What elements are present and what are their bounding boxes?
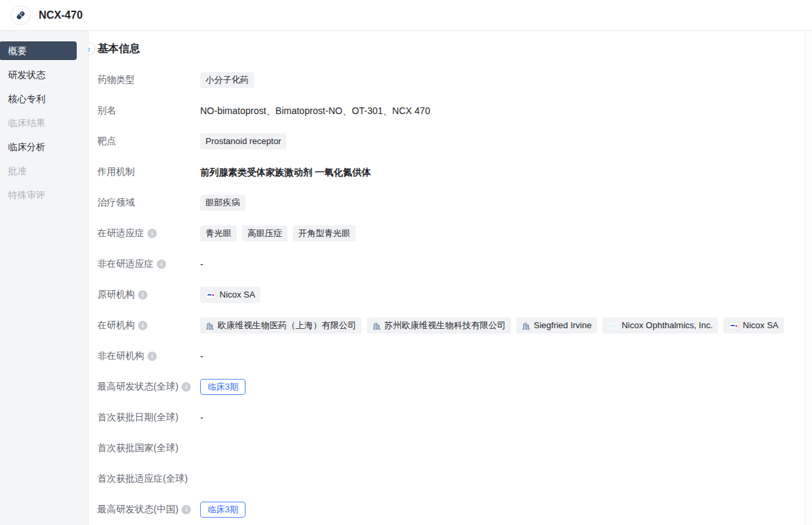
field-row: 非在研机构i- [97, 348, 792, 364]
field-row: 在研适应症i青光眼高眼压症开角型青光眼 [97, 225, 792, 241]
sidebar-item: 特殊审评 [0, 185, 88, 204]
sidebar-item: 批准 [0, 161, 88, 180]
field-label: 靶点 [97, 133, 200, 147]
field-label: 非在研机构i [97, 348, 200, 362]
field-value: 眼部疾病 [200, 195, 792, 211]
field-label: 首次获批适应症(全球) [97, 471, 200, 485]
field-label-text: 首次获批适应症(全球) [97, 473, 187, 485]
field-value: 前列腺素类受体家族激动剂 一氧化氮供体 [200, 164, 792, 179]
value-tag[interactable]: 小分子化药 [200, 72, 254, 88]
field-label: 原研机构i [97, 287, 200, 301]
field-value: - [200, 410, 792, 424]
field-label-text: 作用机制 [97, 166, 135, 178]
field-row: 作用机制前列腺素类受体家族激动剂 一氧化氮供体 [97, 164, 792, 180]
page-title: NCX-470 [39, 9, 83, 21]
value-tag[interactable]: 开角型青光眼 [293, 225, 356, 241]
company-logo-icon [608, 322, 619, 330]
field-value: 欧康维视生物医药（上海）有限公司苏州欧康维视生物科技有限公司Siegfried … [200, 318, 792, 334]
value-tag[interactable]: 青光眼 [200, 225, 237, 241]
field-label: 首次获批国家(全球) [97, 440, 200, 454]
org-name: Nicox SA [220, 289, 255, 301]
drug-avatar [11, 5, 31, 25]
field-row: 最高研发状态(全球)i临床3期 [97, 379, 792, 395]
text-value: 前列腺素类受体家族激动剂 一氧化氮供体 [200, 164, 371, 179]
info-icon[interactable]: i [147, 352, 157, 361]
field-label-text: 最高研发状态(中国) [97, 504, 178, 516]
sidebar-item: 临床结果 [0, 113, 88, 132]
text-value: - [200, 256, 204, 271]
status-badge[interactable]: 临床3期 [200, 379, 246, 395]
org-name: Nicox SA [743, 320, 778, 332]
sidebar-item[interactable]: 研发状态 [0, 65, 88, 84]
field-label-text: 原研机构 [97, 289, 135, 301]
value-tag[interactable]: 高眼压症 [242, 225, 288, 241]
field-value: 小分子化药 [200, 72, 792, 88]
info-icon[interactable]: i [147, 229, 157, 238]
field-label: 在研适应症i [97, 225, 200, 239]
value-tag[interactable]: 眼部疾病 [200, 195, 246, 211]
field-label-text: 靶点 [97, 135, 116, 147]
field-label-text: 非在研适应症 [97, 258, 153, 270]
org-tag[interactable]: Nicox Ophthalmics, Inc. [602, 318, 719, 334]
main-content: ‹ 基本信息 药物类型小分子化药别名NO-bimatoprost、Bimatop… [89, 31, 812, 525]
field-label: 治疗领域 [97, 195, 200, 209]
info-icon[interactable]: i [138, 290, 147, 300]
company-logo-icon [729, 322, 739, 330]
org-name: 苏州欧康维视生物科技有限公司 [384, 320, 506, 332]
field-row: 药物类型小分子化药 [97, 72, 792, 88]
field-label: 首次获批日期(全球) [97, 410, 200, 424]
header: NCX-470 [0, 0, 812, 31]
info-icon[interactable]: i [138, 321, 147, 330]
field-value: Nicox SA [200, 287, 792, 303]
org-tag[interactable]: Siegfried Irvine [516, 318, 597, 334]
field-value: 临床3期 [200, 502, 792, 518]
org-tag[interactable]: 欧康维视生物医药（上海）有限公司 [200, 318, 362, 334]
field-value: - [200, 348, 792, 363]
field-row: 首次获批适应症(全球) [97, 471, 792, 487]
field-label: 最高研发状态(全球)i [97, 379, 200, 393]
text-value: - [200, 348, 204, 363]
field-row: 首次获批国家(全球) [97, 440, 792, 456]
field-value: - [200, 256, 792, 271]
field-label: 药物类型 [97, 72, 200, 86]
field-label: 最高研发状态(中国)i [97, 502, 200, 516]
org-tag[interactable]: Nicox SA [200, 287, 260, 303]
building-icon [206, 322, 214, 330]
field-value: 临床3期 [200, 379, 792, 395]
field-label-text: 药物类型 [97, 74, 135, 86]
info-icon[interactable]: i [181, 505, 191, 514]
field-row: 非在研适应症i- [97, 256, 792, 272]
collapse-sidebar-button[interactable]: ‹ [89, 42, 95, 55]
info-icon[interactable]: i [181, 382, 191, 392]
field-label-text: 在研机构 [97, 320, 135, 332]
org-tag[interactable]: 苏州欧康维视生物科技有限公司 [367, 318, 511, 334]
value-tag[interactable]: Prostanoid receptor [200, 133, 286, 149]
field-label-text: 首次获批日期(全球) [97, 412, 178, 424]
building-icon [372, 322, 381, 330]
field-label-text: 非在研机构 [97, 350, 144, 362]
field-label: 别名 [97, 103, 200, 117]
field-label: 作用机制 [97, 164, 200, 178]
info-icon[interactable]: i [157, 259, 166, 269]
field-label: 在研机构i [97, 318, 200, 332]
field-label-text: 在研适应症 [97, 227, 144, 239]
sidebar-item[interactable]: 核心专利 [0, 89, 88, 108]
field-row: 治疗领域眼部疾病 [97, 195, 792, 211]
chevron-left-icon: ‹ [89, 45, 90, 53]
text-value: NO-bimatoprost、Bimatoprost-NO、OT-301、NCX… [200, 103, 430, 117]
scrollbar[interactable] [804, 31, 812, 525]
sidebar-item[interactable]: 概要 [0, 41, 77, 60]
field-row: 最高研发状态(中国)i临床3期 [97, 502, 792, 518]
org-name: 欧康维视生物医药（上海）有限公司 [218, 320, 356, 332]
panel-title: 基本信息 [97, 41, 792, 56]
org-name: Siegfried Irvine [534, 320, 592, 332]
status-badge[interactable]: 临床3期 [200, 502, 246, 518]
field-label-text: 最高研发状态(全球) [97, 381, 178, 393]
sidebar-item[interactable]: 临床分析 [0, 137, 88, 156]
building-icon [522, 322, 530, 330]
field-row: 靶点Prostanoid receptor [97, 133, 792, 149]
sidebar-nav: 概要研发状态核心专利临床结果临床分析批准特殊审评 [0, 31, 89, 525]
field-rows: 药物类型小分子化药别名NO-bimatoprost、Bimatoprost-NO… [97, 72, 792, 518]
org-tag[interactable]: Nicox SA [723, 318, 783, 334]
field-row: 首次获批日期(全球)- [97, 410, 792, 426]
